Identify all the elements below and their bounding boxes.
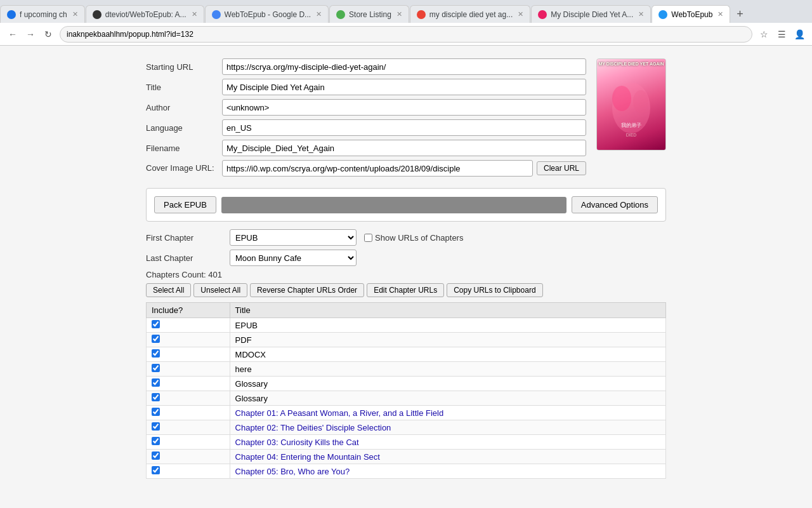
back-button[interactable]: ← — [5, 27, 20, 42]
chapter-table-header: Include? Title — [147, 303, 666, 318]
title-cell: EPUB — [230, 318, 665, 333]
chapter-checkbox[interactable] — [152, 349, 160, 358]
chapter-checkbox[interactable] — [152, 320, 160, 328]
chapter-checkbox[interactable] — [152, 422, 160, 431]
title-row: Title — [146, 79, 586, 95]
tab-google-search-close[interactable]: ✕ — [518, 10, 523, 18]
cover-image-input[interactable] — [222, 160, 533, 177]
tab-novel[interactable]: My Disciple Died Yet A... ✕ — [531, 5, 651, 23]
table-row: here — [147, 362, 666, 377]
tab-upcoming-favicon — [7, 10, 16, 19]
select-all-button[interactable]: Select All — [146, 283, 191, 297]
chapter-checkbox[interactable] — [152, 437, 160, 445]
tab-store-close[interactable]: ✕ — [396, 10, 402, 18]
title-cell: here — [230, 362, 665, 377]
chapters-count: Chapters Count: 401 — [146, 270, 666, 279]
title-cell: Chapter 04: Entering the Mountain Sect — [230, 450, 665, 464]
pack-row: Pack EPUB Advanced Options — [154, 196, 658, 213]
tab-google-search[interactable]: my disciple died yet ag... ✕ — [410, 5, 530, 23]
chapter-checkbox[interactable] — [152, 393, 160, 401]
last-chapter-select[interactable]: Moon Bunny Cafe — [230, 250, 357, 266]
browser-icons: ☆ ☰ 👤 — [756, 27, 807, 42]
include-cell — [147, 362, 230, 377]
table-row: Chapter 04: Entering the Mountain Sect — [147, 450, 666, 464]
first-chapter-select[interactable]: EPUB — [230, 229, 357, 246]
cover-image-label: Cover Image URL: — [146, 163, 222, 174]
pack-section: Pack EPUB Advanced Options — [146, 188, 666, 222]
chapter-checkbox[interactable] — [152, 335, 160, 343]
chapter-title-link[interactable]: Chapter 01: A Peasant Woman, a River, an… — [235, 408, 444, 418]
forward-button[interactable]: → — [23, 27, 38, 42]
advanced-options-button[interactable]: Advanced Options — [572, 196, 658, 213]
chapter-title-link[interactable]: Chapter 04: Entering the Mountain Sect — [235, 452, 380, 462]
tab-github-close[interactable]: ✕ — [192, 10, 197, 18]
tab-google-docs[interactable]: WebToEpub - Google D... ✕ — [205, 5, 329, 23]
tab-novel-close[interactable]: ✕ — [638, 10, 644, 18]
unselect-all-button[interactable]: Unselect All — [193, 283, 247, 297]
tab-upcoming-label: f upcoming ch — [20, 10, 67, 19]
chapters-buttons: Select All Unselect All Reverse Chapter … — [146, 283, 666, 297]
title-cell: Chapter 01: A Peasant Woman, a River, an… — [230, 406, 665, 420]
new-tab-button[interactable]: + — [731, 5, 749, 23]
reverse-order-button[interactable]: Reverse Chapter URLs Order — [250, 283, 364, 297]
chapter-title-link[interactable]: Chapter 05: Bro, Who are You? — [235, 467, 350, 476]
chapter-title-link[interactable]: Chapter 02: The Deities' Disciple Select… — [235, 423, 391, 432]
extensions-button[interactable]: ☰ — [774, 27, 789, 42]
title-cell: Chapter 02: The Deities' Disciple Select… — [230, 420, 665, 435]
show-urls-checkbox[interactable] — [364, 234, 372, 242]
include-cell — [147, 450, 230, 464]
language-input[interactable] — [222, 119, 586, 136]
tab-upcoming[interactable]: f upcoming ch ✕ — [0, 5, 85, 23]
pack-epub-button[interactable]: Pack EPUB — [154, 196, 216, 213]
tab-webtoepub-close[interactable]: ✕ — [717, 10, 723, 18]
tab-upcoming-close[interactable]: ✕ — [72, 10, 78, 18]
show-urls-label[interactable]: Show URLs of Chapters — [364, 233, 463, 243]
table-row: Chapter 03: Curiosity Kills the Cat — [147, 435, 666, 450]
tab-google-docs-favicon — [212, 10, 221, 19]
include-cell — [147, 464, 230, 479]
svg-text:DIED: DIED — [626, 133, 637, 137]
include-cell — [147, 318, 230, 333]
last-chapter-label: Last Chapter — [146, 253, 222, 263]
profile-button[interactable]: 👤 — [792, 27, 807, 42]
tab-google-docs-close[interactable]: ✕ — [316, 10, 322, 18]
tab-webtoepub[interactable]: WebToEpub ✕ — [652, 5, 730, 23]
include-cell — [147, 406, 230, 420]
bookmark-button[interactable]: ☆ — [756, 27, 771, 42]
popup-container: Starting URL Title Author Language — [146, 58, 666, 479]
tab-github[interactable]: dteviot/WebToEpub: A... ✕ — [86, 5, 204, 23]
chapter-checkbox[interactable] — [152, 466, 160, 474]
language-label: Language — [146, 123, 222, 133]
chapter-checkbox[interactable] — [152, 451, 160, 460]
chapter-checkbox[interactable] — [152, 364, 160, 372]
tab-store[interactable]: Store Listing ✕ — [329, 5, 409, 23]
nav-buttons: ← → ↻ — [5, 27, 56, 42]
form-fields: Starting URL Title Author Language — [146, 58, 586, 180]
tab-webtoepub-favicon — [658, 10, 667, 19]
tab-github-label: dteviot/WebToEpub: A... — [105, 10, 187, 19]
page-content: Starting URL Title Author Language — [0, 46, 812, 508]
address-input[interactable] — [60, 26, 752, 43]
author-label: Author — [146, 103, 222, 112]
chapter-checkbox[interactable] — [152, 378, 160, 387]
title-input[interactable] — [222, 79, 586, 95]
author-input[interactable] — [222, 99, 586, 116]
reload-button[interactable]: ↻ — [41, 27, 56, 42]
tab-webtoepub-label: WebToEpub — [671, 10, 712, 19]
title-label: Title — [146, 83, 222, 92]
title-cell: Chapter 03: Curiosity Kills the Cat — [230, 435, 665, 450]
browser-chrome: f upcoming ch ✕ dteviot/WebToEpub: A... … — [0, 0, 812, 46]
tab-store-label: Store Listing — [349, 10, 391, 19]
edit-urls-button[interactable]: Edit Chapter URLs — [367, 283, 444, 297]
starting-url-input[interactable] — [222, 58, 586, 75]
copy-urls-button[interactable]: Copy URLs to Clipboard — [447, 283, 542, 297]
filename-label: Filename — [146, 144, 222, 153]
filename-input[interactable] — [222, 140, 586, 156]
table-row: Chapter 01: A Peasant Woman, a River, an… — [147, 406, 666, 420]
book-cover-inner: MY DISCIPLE DIED YET AGAIN 我的弟子 DIED — [597, 59, 665, 150]
clear-url-button[interactable]: Clear URL — [537, 161, 586, 175]
chapter-title-link[interactable]: Chapter 03: Curiosity Kills the Cat — [235, 438, 359, 447]
include-header: Include? — [147, 303, 230, 318]
include-cell — [147, 435, 230, 450]
chapter-checkbox[interactable] — [152, 408, 160, 416]
